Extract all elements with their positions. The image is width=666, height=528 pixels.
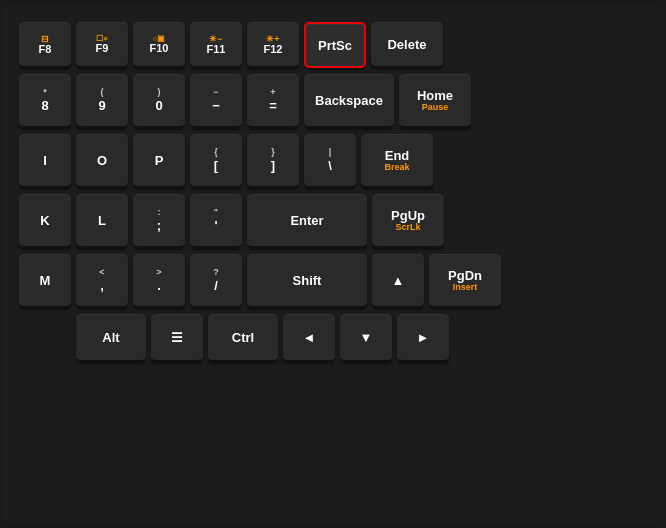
key-slash[interactable]: ? / bbox=[190, 254, 242, 308]
f8-icon: ⊟ bbox=[41, 34, 49, 44]
key-semicolon[interactable]: : ; bbox=[133, 194, 185, 248]
key-uparrow[interactable]: ▲ bbox=[372, 254, 424, 308]
key-menu[interactable]: ☰ bbox=[151, 314, 203, 362]
pgup-main: PgUp bbox=[391, 209, 425, 222]
key-k-label: K bbox=[40, 214, 49, 227]
function-key-row: ⊟ F8 ☐× F9 ○▣ F10 ✳− F11 ✳+ F12 PrtSc De… bbox=[19, 22, 647, 68]
modifier-row: Alt ☰ Ctrl ◄ ▼ ► bbox=[19, 314, 647, 362]
key-enter[interactable]: Enter bbox=[247, 194, 367, 248]
key-p-label: P bbox=[155, 154, 164, 167]
enter-label: Enter bbox=[290, 214, 323, 227]
key-f11[interactable]: ✳− F11 bbox=[190, 22, 242, 68]
semicolon-main: ; bbox=[157, 219, 161, 232]
key-o-label: O bbox=[97, 154, 107, 167]
backspace-label: Backspace bbox=[315, 94, 383, 107]
end-main: End bbox=[385, 149, 410, 162]
f11-label: F11 bbox=[207, 44, 226, 55]
key-rightarrow[interactable]: ► bbox=[397, 314, 449, 362]
shift-label: Shift bbox=[293, 274, 322, 287]
key-f10[interactable]: ○▣ F10 bbox=[133, 22, 185, 68]
pipe-top: | bbox=[329, 148, 332, 157]
ctrl-label: Ctrl bbox=[232, 331, 254, 344]
key-f9[interactable]: ☐× F9 bbox=[76, 22, 128, 68]
leftarrow-label: ◄ bbox=[303, 331, 316, 344]
key-leftarrow[interactable]: ◄ bbox=[283, 314, 335, 362]
key-shift[interactable]: Shift bbox=[247, 254, 367, 308]
f11-icon: ✳− bbox=[209, 34, 222, 44]
key-ctrl[interactable]: Ctrl bbox=[208, 314, 278, 362]
key-i[interactable]: I bbox=[19, 134, 71, 188]
key-comma[interactable]: < , bbox=[76, 254, 128, 308]
key-lbracket[interactable]: { [ bbox=[190, 134, 242, 188]
rightarrow-label: ► bbox=[417, 331, 430, 344]
key-home[interactable]: Home Pause bbox=[399, 74, 471, 128]
comma-main: , bbox=[100, 279, 104, 292]
number-key-row: * 8 ( 9 ) 0 − − + = Backspace Home Pause bbox=[19, 74, 647, 128]
key-pgup[interactable]: PgUp ScrLk bbox=[372, 194, 444, 248]
f12-label: F12 bbox=[264, 44, 283, 55]
bottom-alpha-row: M < , > . ? / Shift ▲ PgDn Insert bbox=[19, 254, 647, 308]
key-l-label: L bbox=[98, 214, 106, 227]
key-0[interactable]: ) 0 bbox=[133, 74, 185, 128]
f12-icon: ✳+ bbox=[266, 34, 279, 44]
key-equal[interactable]: + = bbox=[247, 74, 299, 128]
pgdn-main: PgDn bbox=[448, 269, 482, 282]
end-sub: Break bbox=[384, 163, 409, 172]
rbracket-top: } bbox=[271, 148, 275, 157]
top-alpha-row: I O P { [ } ] | \ End Break bbox=[19, 134, 647, 188]
key-prtsc[interactable]: PrtSc bbox=[304, 22, 366, 68]
lbracket-top: { bbox=[214, 148, 218, 157]
key-p[interactable]: P bbox=[133, 134, 185, 188]
key-8[interactable]: * 8 bbox=[19, 74, 71, 128]
f10-label: F10 bbox=[150, 43, 169, 54]
key-minus-top: − bbox=[213, 88, 218, 97]
key-delete[interactable]: Delete bbox=[371, 22, 443, 68]
key-k[interactable]: K bbox=[19, 194, 71, 248]
key-9-main: 9 bbox=[98, 99, 105, 112]
f8-label: F8 bbox=[39, 44, 52, 55]
key-equal-top: + bbox=[270, 88, 275, 97]
home-sub: Pause bbox=[422, 103, 449, 112]
lbracket-main: [ bbox=[214, 159, 218, 172]
pgdn-sub: Insert bbox=[453, 283, 478, 292]
key-0-top: ) bbox=[158, 88, 161, 97]
key-9[interactable]: ( 9 bbox=[76, 74, 128, 128]
period-top: > bbox=[156, 268, 161, 277]
key-8-top: * bbox=[43, 88, 47, 97]
key-pipe[interactable]: | \ bbox=[304, 134, 356, 188]
key-f8[interactable]: ⊟ F8 bbox=[19, 22, 71, 68]
period-main: . bbox=[157, 279, 161, 292]
key-minus-main: − bbox=[212, 99, 220, 112]
prtsc-label: PrtSc bbox=[318, 39, 352, 52]
menu-label: ☰ bbox=[171, 331, 183, 344]
key-m[interactable]: M bbox=[19, 254, 71, 308]
key-i-label: I bbox=[43, 154, 47, 167]
key-backspace[interactable]: Backspace bbox=[304, 74, 394, 128]
key-8-main: 8 bbox=[41, 99, 48, 112]
key-equal-main: = bbox=[269, 99, 277, 112]
delete-label: Delete bbox=[387, 38, 426, 51]
key-rbracket[interactable]: } ] bbox=[247, 134, 299, 188]
key-end[interactable]: End Break bbox=[361, 134, 433, 188]
key-m-label: M bbox=[40, 274, 51, 287]
key-minus[interactable]: − − bbox=[190, 74, 242, 128]
comma-top: < bbox=[99, 268, 104, 277]
pipe-main: \ bbox=[328, 159, 332, 172]
keyboard: ⊟ F8 ☐× F9 ○▣ F10 ✳− F11 ✳+ F12 PrtSc De… bbox=[3, 4, 663, 524]
key-pgdn[interactable]: PgDn Insert bbox=[429, 254, 501, 308]
semicolon-top: : bbox=[158, 208, 161, 217]
quote-main: ' bbox=[214, 219, 217, 232]
key-alt[interactable]: Alt bbox=[76, 314, 146, 362]
downarrow-label: ▼ bbox=[360, 331, 373, 344]
slash-top: ? bbox=[213, 268, 219, 277]
key-o[interactable]: O bbox=[76, 134, 128, 188]
key-f12[interactable]: ✳+ F12 bbox=[247, 22, 299, 68]
pgup-sub: ScrLk bbox=[395, 223, 420, 232]
key-period[interactable]: > . bbox=[133, 254, 185, 308]
key-quote[interactable]: " ' bbox=[190, 194, 242, 248]
home-main: Home bbox=[417, 89, 453, 102]
key-l[interactable]: L bbox=[76, 194, 128, 248]
key-downarrow[interactable]: ▼ bbox=[340, 314, 392, 362]
home-alpha-row: K L : ; " ' Enter PgUp ScrLk bbox=[19, 194, 647, 248]
rbracket-main: ] bbox=[271, 159, 275, 172]
